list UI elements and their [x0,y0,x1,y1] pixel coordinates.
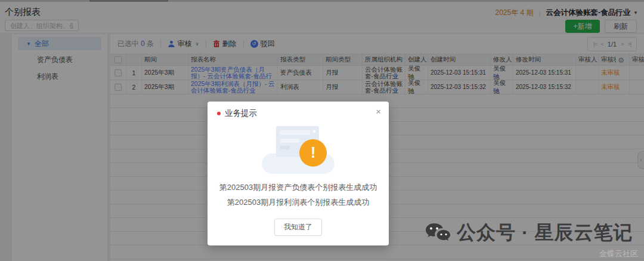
red-dot-icon [217,112,221,115]
dialog-title: 业务提示 [225,108,257,119]
doc-line [280,146,290,149]
close-icon[interactable]: × [376,107,381,116]
notice-illustration: ! [253,126,343,175]
doc-dot [313,130,315,133]
notice-line: 第202503期月报资产负债表个别报表生成成功 [208,180,389,195]
confirm-button[interactable]: 我知道了 [274,219,322,236]
dialog-header: 业务提示 [208,102,389,121]
notice-messages: 第202503期月报资产负债表个别报表生成成功 第202503期月报利润表个别报… [208,180,389,210]
doc-line [280,139,299,143]
business-notice-dialog: 业务提示 × ! 第202503期月报资产负债表个别报表生成成功 第202503… [208,102,389,245]
exclamation-badge-icon: ! [299,139,327,167]
notice-line: 第202503期月报利润表个别报表生成成功 [208,195,389,210]
doc-line [280,130,310,135]
app-window: 个别报表 2025年 4 期 | 云会计体验账套-食品行业 ▼ +新增 刷新 ▼… [0,0,644,261]
dialog-footer: 我知道了 [208,219,389,236]
